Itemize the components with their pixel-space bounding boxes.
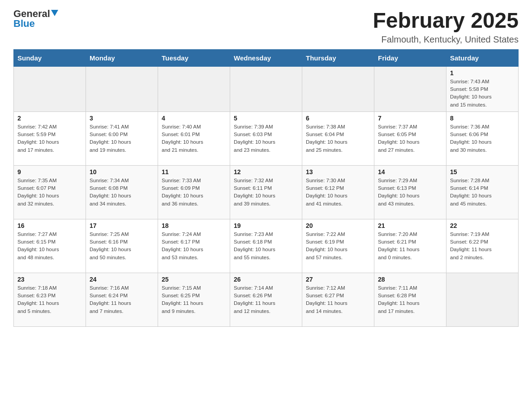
title-section: February 2025 Falmouth, Kentucky, United…: [373, 9, 519, 45]
page-header: General Blue February 2025 Falmouth, Ken…: [13, 9, 519, 45]
calendar-day-cell: 17Sunrise: 7:25 AM Sunset: 6:16 PM Dayli…: [86, 219, 158, 273]
day-info: Sunrise: 7:38 AM Sunset: 6:04 PM Dayligh…: [306, 123, 370, 154]
day-number: 6: [306, 115, 370, 122]
calendar-header-friday: Friday: [374, 49, 446, 66]
day-number: 17: [90, 222, 154, 229]
day-number: 28: [378, 276, 442, 283]
calendar-header-wednesday: Wednesday: [230, 49, 302, 66]
day-info: Sunrise: 7:29 AM Sunset: 6:13 PM Dayligh…: [378, 177, 442, 208]
day-info: Sunrise: 7:34 AM Sunset: 6:08 PM Dayligh…: [90, 177, 154, 208]
calendar-day-cell: 7Sunrise: 7:37 AM Sunset: 6:05 PM Daylig…: [374, 111, 446, 165]
day-info: Sunrise: 7:37 AM Sunset: 6:05 PM Dayligh…: [378, 123, 442, 154]
day-number: 5: [234, 115, 298, 122]
calendar-day-cell: 18Sunrise: 7:24 AM Sunset: 6:17 PM Dayli…: [158, 219, 230, 273]
calendar-day-cell: 6Sunrise: 7:38 AM Sunset: 6:04 PM Daylig…: [302, 111, 374, 165]
day-info: Sunrise: 7:24 AM Sunset: 6:17 PM Dayligh…: [162, 231, 226, 261]
calendar-day-cell: [158, 66, 230, 111]
day-info: Sunrise: 7:12 AM Sunset: 6:27 PM Dayligh…: [306, 284, 370, 315]
day-number: 19: [234, 222, 298, 229]
day-info: Sunrise: 7:20 AM Sunset: 6:21 PM Dayligh…: [378, 231, 442, 261]
calendar-day-cell: 21Sunrise: 7:20 AM Sunset: 6:21 PM Dayli…: [374, 219, 446, 273]
calendar-header-row: SundayMondayTuesdayWednesdayThursdayFrid…: [14, 49, 519, 66]
calendar-week-row: 16Sunrise: 7:27 AM Sunset: 6:15 PM Dayli…: [14, 219, 519, 273]
calendar-day-cell: 9Sunrise: 7:35 AM Sunset: 6:07 PM Daylig…: [14, 165, 86, 219]
calendar-day-cell: 26Sunrise: 7:14 AM Sunset: 6:26 PM Dayli…: [230, 273, 302, 326]
day-info: Sunrise: 7:36 AM Sunset: 6:06 PM Dayligh…: [450, 123, 515, 154]
location-subtitle: Falmouth, Kentucky, United States: [373, 34, 519, 45]
calendar-day-cell: 2Sunrise: 7:42 AM Sunset: 5:59 PM Daylig…: [14, 111, 86, 165]
day-number: 8: [450, 115, 515, 122]
calendar-day-cell: 10Sunrise: 7:34 AM Sunset: 6:08 PM Dayli…: [86, 165, 158, 219]
day-info: Sunrise: 7:30 AM Sunset: 6:12 PM Dayligh…: [306, 177, 370, 208]
day-number: 9: [17, 168, 82, 176]
day-number: 4: [162, 115, 226, 122]
day-number: 18: [162, 222, 226, 229]
calendar-week-row: 1Sunrise: 7:43 AM Sunset: 5:58 PM Daylig…: [14, 66, 519, 111]
day-number: 7: [378, 115, 442, 122]
day-number: 1: [450, 69, 515, 77]
day-number: 20: [306, 222, 370, 229]
calendar-day-cell: 4Sunrise: 7:40 AM Sunset: 6:01 PM Daylig…: [158, 111, 230, 165]
logo-general-text: General: [13, 9, 50, 19]
calendar-day-cell: 1Sunrise: 7:43 AM Sunset: 5:58 PM Daylig…: [446, 66, 519, 111]
day-number: 16: [17, 222, 82, 229]
day-number: 2: [17, 115, 82, 122]
calendar-day-cell: 16Sunrise: 7:27 AM Sunset: 6:15 PM Dayli…: [14, 219, 86, 273]
day-info: Sunrise: 7:16 AM Sunset: 6:24 PM Dayligh…: [90, 284, 154, 315]
day-info: Sunrise: 7:15 AM Sunset: 6:25 PM Dayligh…: [162, 284, 226, 315]
calendar-day-cell: 13Sunrise: 7:30 AM Sunset: 6:12 PM Dayli…: [302, 165, 374, 219]
day-number: 27: [306, 276, 370, 283]
day-number: 3: [90, 115, 154, 122]
day-info: Sunrise: 7:42 AM Sunset: 5:59 PM Dayligh…: [17, 123, 82, 154]
calendar-header-saturday: Saturday: [446, 49, 519, 66]
day-number: 24: [90, 276, 154, 283]
calendar-day-cell: 23Sunrise: 7:18 AM Sunset: 6:23 PM Dayli…: [14, 273, 86, 326]
calendar-day-cell: 27Sunrise: 7:12 AM Sunset: 6:27 PM Dayli…: [302, 273, 374, 326]
day-number: 25: [162, 276, 226, 283]
calendar-day-cell: [14, 66, 86, 111]
calendar-day-cell: 14Sunrise: 7:29 AM Sunset: 6:13 PM Dayli…: [374, 165, 446, 219]
calendar-day-cell: 15Sunrise: 7:28 AM Sunset: 6:14 PM Dayli…: [446, 165, 519, 219]
day-info: Sunrise: 7:32 AM Sunset: 6:11 PM Dayligh…: [234, 177, 298, 208]
calendar-day-cell: 12Sunrise: 7:32 AM Sunset: 6:11 PM Dayli…: [230, 165, 302, 219]
day-info: Sunrise: 7:39 AM Sunset: 6:03 PM Dayligh…: [234, 123, 298, 154]
calendar-day-cell: [86, 66, 158, 111]
calendar-day-cell: 25Sunrise: 7:15 AM Sunset: 6:25 PM Dayli…: [158, 273, 230, 326]
day-number: 26: [234, 276, 298, 283]
calendar-header-thursday: Thursday: [302, 49, 374, 66]
calendar-week-row: 9Sunrise: 7:35 AM Sunset: 6:07 PM Daylig…: [14, 165, 519, 219]
logo: General Blue: [13, 9, 58, 29]
day-number: 21: [378, 222, 442, 229]
calendar-table: SundayMondayTuesdayWednesdayThursdayFrid…: [13, 49, 519, 327]
day-info: Sunrise: 7:33 AM Sunset: 6:09 PM Dayligh…: [162, 177, 226, 208]
calendar-day-cell: [230, 66, 302, 111]
calendar-day-cell: 28Sunrise: 7:11 AM Sunset: 6:28 PM Dayli…: [374, 273, 446, 326]
calendar-header-tuesday: Tuesday: [158, 49, 230, 66]
day-info: Sunrise: 7:25 AM Sunset: 6:16 PM Dayligh…: [90, 231, 154, 261]
calendar-day-cell: 19Sunrise: 7:23 AM Sunset: 6:18 PM Dayli…: [230, 219, 302, 273]
calendar-header-sunday: Sunday: [14, 49, 86, 66]
logo-triangle-icon: [51, 10, 58, 16]
calendar-day-cell: [446, 273, 519, 326]
calendar-day-cell: 5Sunrise: 7:39 AM Sunset: 6:03 PM Daylig…: [230, 111, 302, 165]
day-number: 23: [17, 276, 82, 283]
calendar-day-cell: 8Sunrise: 7:36 AM Sunset: 6:06 PM Daylig…: [446, 111, 519, 165]
day-info: Sunrise: 7:18 AM Sunset: 6:23 PM Dayligh…: [17, 284, 82, 315]
calendar-week-row: 2Sunrise: 7:42 AM Sunset: 5:59 PM Daylig…: [14, 111, 519, 165]
calendar-week-row: 23Sunrise: 7:18 AM Sunset: 6:23 PM Dayli…: [14, 273, 519, 326]
day-number: 12: [234, 168, 298, 176]
day-number: 15: [450, 168, 515, 176]
day-info: Sunrise: 7:14 AM Sunset: 6:26 PM Dayligh…: [234, 284, 298, 315]
day-number: 13: [306, 168, 370, 176]
day-info: Sunrise: 7:40 AM Sunset: 6:01 PM Dayligh…: [162, 123, 226, 154]
day-number: 11: [162, 168, 226, 176]
day-info: Sunrise: 7:19 AM Sunset: 6:22 PM Dayligh…: [450, 231, 515, 261]
day-info: Sunrise: 7:43 AM Sunset: 5:58 PM Dayligh…: [450, 78, 515, 109]
calendar-day-cell: 24Sunrise: 7:16 AM Sunset: 6:24 PM Dayli…: [86, 273, 158, 326]
calendar-day-cell: 20Sunrise: 7:22 AM Sunset: 6:19 PM Dayli…: [302, 219, 374, 273]
day-info: Sunrise: 7:27 AM Sunset: 6:15 PM Dayligh…: [17, 231, 82, 261]
day-info: Sunrise: 7:35 AM Sunset: 6:07 PM Dayligh…: [17, 177, 82, 208]
day-info: Sunrise: 7:28 AM Sunset: 6:14 PM Dayligh…: [450, 177, 515, 208]
logo-blue-text: Blue: [13, 19, 35, 29]
calendar-day-cell: 22Sunrise: 7:19 AM Sunset: 6:22 PM Dayli…: [446, 219, 519, 273]
